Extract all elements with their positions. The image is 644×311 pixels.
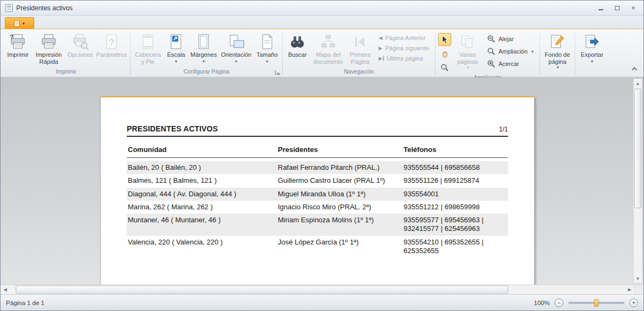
cell-telefonos: 935551126 | 699125874 [404, 176, 508, 185]
collapse-ribbon-button[interactable] [630, 65, 638, 72]
vertical-scroll-thumb[interactable] [634, 89, 641, 208]
report-title-row: PRESIDENTES ACTIVOS 1/1 [127, 124, 508, 137]
svg-text:?: ? [109, 37, 114, 48]
ribbon-group-ampliacion: Varias páginas ▾ Alejar [436, 30, 539, 77]
ribbon-tab-row: ▾ [1, 16, 643, 29]
ultima-pagina-button[interactable]: ▶ Última página [375, 54, 432, 63]
arrow-down-icon: ▼ [636, 276, 640, 281]
parametros-button[interactable]: ? Parámetros [95, 30, 128, 60]
pagina-anterior-button[interactable]: ◀ Página Anterior [375, 34, 432, 42]
scroll-up-button[interactable]: ▲ [634, 79, 642, 88]
chevron-down-icon: ▾ [175, 59, 177, 64]
tamano-button[interactable]: Tamaño ▾ [253, 30, 281, 65]
application-menu-button[interactable]: ▾ [5, 17, 34, 29]
header-footer-icon [139, 33, 157, 50]
plus-icon: + [632, 300, 635, 306]
cell-comunidad: Balmes, 121 ( Balmes, 121 ) [128, 176, 278, 185]
primera-pagina-button[interactable]: Primera Página [346, 30, 374, 67]
vertical-scroll-track[interactable] [634, 88, 642, 274]
ultima-pagina-label: Última página [387, 55, 423, 62]
printer-options-icon [71, 33, 89, 50]
escala-label: Escala [167, 51, 185, 58]
scroll-down-button[interactable]: ▼ [634, 274, 642, 283]
imprimir-button[interactable]: ? Imprimir [4, 30, 32, 60]
ampliacion-button[interactable]: Ampliación ▾ [484, 46, 537, 57]
pagina-siguiente-label: Página siguiente [385, 45, 429, 51]
magnifier-icon [440, 63, 449, 72]
zoom-percentage: 100% [534, 300, 550, 306]
pagina-siguiente-button[interactable]: ▶ Página siguiente [375, 44, 432, 52]
scroll-left-button[interactable]: ◀ [1, 285, 10, 294]
group-label-imprimir: Imprimir [4, 68, 128, 77]
exportar-label: Exportar [581, 51, 603, 58]
zoom-slider-thumb[interactable] [594, 299, 599, 307]
table-row: Bailén, 20 ( Bailén, 20 ) Rafael Ferrand… [127, 161, 508, 174]
impresion-rapida-button[interactable]: Impresión Rápida [32, 30, 66, 67]
zoom-slider[interactable] [568, 302, 625, 304]
pagina-anterior-label: Página Anterior [385, 35, 426, 41]
horizontal-scroll-thumb[interactable] [16, 286, 508, 294]
impresion-rapida-label: Impresión Rápida [34, 51, 63, 65]
parametros-label: Parámetros [96, 51, 127, 58]
table-row: Balmes, 121 ( Balmes, 121 ) Guillermo Ca… [127, 174, 508, 187]
cell-telefonos: 935555544 | 695856658 [404, 163, 508, 172]
cell-telefonos: 935554001 [404, 190, 508, 198]
chevron-down-icon: ▾ [22, 21, 24, 26]
group-label-navegacion: Navegación [284, 68, 433, 77]
configurar-pagina-text: Configurar Página [184, 68, 230, 75]
pointer-tool-button[interactable] [438, 33, 451, 46]
margenes-label: Márgenes [191, 51, 217, 58]
exportar-button[interactable]: Exportar ▾ [577, 30, 607, 65]
mapa-documento-button[interactable]: Mapa del documento [310, 30, 346, 67]
binoculars-icon [289, 33, 306, 50]
margenes-button[interactable]: Márgenes ▾ [188, 30, 219, 65]
cell-presidentes: Miguel Miranda Ulloa (1º 1ª) [278, 190, 404, 198]
cabecera-pie-button[interactable]: Cabecera y Pie [132, 30, 164, 67]
page-info: Página 1 de 1 [6, 300, 44, 306]
dialog-launcher-icon[interactable] [275, 70, 281, 76]
cell-presidentes: José López García (1º 1ª) [278, 238, 404, 256]
cabecera-pie-label: Cabecera y Pie [134, 51, 161, 65]
next-page-icon: ▶ [379, 45, 382, 51]
zoom-out-button[interactable]: − [555, 299, 563, 307]
zoom-tool-button[interactable] [438, 61, 451, 74]
acercar-button[interactable]: Acercar [484, 58, 537, 69]
cell-telefonos: 935551212 | 698659998 [404, 203, 508, 211]
opciones-button[interactable]: Opciones [66, 30, 95, 60]
orientacion-button[interactable]: Orientación ▾ [219, 30, 253, 65]
primera-pagina-label: Primera Página [348, 51, 372, 65]
column-header-comunidad: Comunidad [128, 145, 278, 154]
fondo-pagina-button[interactable]: Fondo de página ▾ [542, 30, 573, 71]
report-page: PRESIDENTES ACTIVOS 1/1 Comunidad Presid… [100, 96, 535, 284]
zoom-in-button[interactable]: + [629, 299, 638, 307]
ampliacion-label: Ampliación [498, 48, 528, 55]
table-header-row: Comunidad Presidentes Teléfonos [127, 137, 508, 158]
varias-paginas-label: Varias páginas [454, 51, 480, 65]
vertical-scrollbar[interactable]: ▲ ▼ [633, 78, 642, 283]
varias-paginas-button[interactable]: Varias páginas ▾ [452, 30, 483, 71]
export-icon [583, 33, 601, 50]
mapa-documento-label: Mapa del documento [313, 51, 344, 65]
hand-icon [440, 49, 449, 58]
maximize-button[interactable] [610, 3, 624, 13]
alejar-button[interactable]: Alejar [484, 34, 537, 44]
last-page-icon: ▶ [379, 56, 384, 61]
report-title: PRESIDENTES ACTIVOS [127, 124, 218, 133]
minimize-button[interactable] [594, 3, 608, 13]
horizontal-scroll-track[interactable] [10, 285, 625, 294]
buscar-button[interactable]: Buscar [284, 30, 310, 60]
cell-comunidad: Muntaner, 46 ( Muntaner, 46 ) [128, 216, 278, 234]
cell-telefonos: 935595577 | 695456963 | 932415577 | 6254… [404, 216, 508, 234]
document-preview-area[interactable]: PRESIDENTES ACTIVOS 1/1 Comunidad Presid… [1, 77, 643, 284]
hand-tool-button[interactable] [438, 47, 451, 60]
minimize-icon [599, 9, 603, 10]
ribbon-group-exportar: Exportar ▾ [576, 30, 608, 77]
orientacion-label: Orientación [221, 51, 251, 58]
horizontal-scrollbar[interactable]: ◀ ▶ [1, 284, 643, 294]
close-button[interactable]: × [626, 3, 640, 13]
tamano-label: Tamaño [256, 51, 277, 58]
escala-button[interactable]: Escala ▾ [164, 30, 188, 65]
scroll-right-button[interactable]: ▶ [625, 285, 634, 294]
maximize-icon [615, 6, 620, 10]
arrow-right-icon: ▶ [628, 287, 631, 292]
